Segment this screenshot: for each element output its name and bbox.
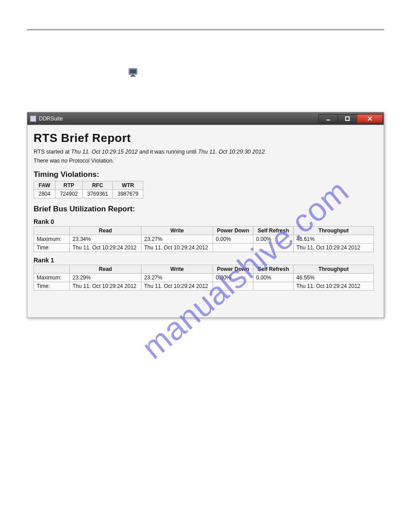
th-throughput: Throughput (294, 265, 374, 274)
td-rfc: 3769361 (82, 190, 113, 198)
report-title: RTS Brief Report (34, 131, 377, 145)
timing-violations-heading: Timing Violations: (34, 170, 377, 179)
r1-max-label: Maximum: (34, 274, 70, 282)
th-power: Power Down (213, 265, 253, 274)
close-button[interactable] (357, 114, 383, 123)
bus-utilization-heading: Brief Bus Utilization Report: (34, 205, 377, 214)
r0-time-tp: Thu 11. Oct 10:29:24 2012 (294, 244, 374, 252)
divider (27, 30, 384, 30)
r1-time-power (213, 282, 253, 291)
r0-max-power: 0.00% (213, 235, 253, 244)
r1-max-power: 0.00% (213, 274, 253, 282)
r0-time-self (253, 244, 294, 252)
app-icon (30, 116, 36, 122)
report-content: RTS Brief Report RTS started at Thu 11. … (27, 125, 384, 317)
maximize-button[interactable] (338, 114, 357, 123)
rts-started-time: Thu 11. Oct 10:29:15 2012 (71, 149, 138, 155)
th-blank (34, 265, 70, 274)
th-rtp: RTP (55, 181, 82, 190)
r1-max-read: 23.29% (70, 274, 141, 282)
th-wtr: WTR (113, 181, 143, 190)
rts-ended-time: Thu 11. Oct 10:29:30 2012. (198, 149, 266, 155)
r0-time-write: Thu 11. Oct 10:29:24 2012 (141, 244, 213, 252)
r0-max-label: Maximum: (34, 235, 70, 244)
rts-started-prefix: RTS started at (34, 149, 71, 155)
timing-violations-table: FAW RTP RFC WTR 2804 724902 3769361 3987… (34, 181, 143, 198)
window-title: DDRSuite (39, 116, 63, 122)
rts-started-mid: and it was running until (138, 149, 198, 155)
td-faw: 2804 (34, 190, 56, 198)
monitor-icon (128, 67, 138, 78)
td-wtr: 3987679 (113, 190, 143, 198)
th-write: Write (141, 227, 213, 235)
r1-time-write: Thu 11. Oct 10:29:24 2012 (141, 282, 213, 291)
titlebar[interactable]: DDRSuite (27, 112, 384, 125)
r1-max-tp: 46.55% (294, 274, 374, 282)
svg-rect-3 (130, 76, 136, 77)
minimize-button[interactable] (318, 114, 338, 123)
svg-rect-5 (346, 117, 349, 120)
th-read: Read (70, 265, 141, 274)
rank1-table: Read Write Power Down Self Refresh Throu… (34, 265, 374, 291)
svg-rect-1 (130, 69, 136, 73)
r0-max-tp: 46.61% (294, 235, 374, 244)
no-violation-text: There was no Protocol Violation. (34, 158, 377, 164)
r1-time-self (253, 282, 294, 291)
th-throughput: Throughput (294, 227, 374, 235)
rank0-table: Read Write Power Down Self Refresh Throu… (34, 226, 374, 252)
td-rtp: 724902 (55, 190, 82, 198)
r1-time-tp: Thu 11. Oct 10:29:24 2012 (294, 282, 374, 291)
r0-time-read: Thu 11. Oct 10:29:24 2012 (70, 244, 141, 252)
rank1-label: Rank 1 (34, 257, 377, 264)
th-self: Self Refresh (253, 227, 294, 235)
r0-max-read: 23.34% (70, 235, 141, 244)
r0-max-write: 23.27% (141, 235, 213, 244)
r1-time-label: Time: (34, 282, 70, 291)
rts-started-line: RTS started at Thu 11. Oct 10:29:15 2012… (34, 149, 377, 155)
th-self: Self Refresh (253, 265, 294, 274)
r1-max-write: 23.27% (141, 274, 213, 282)
r0-max-self: 0.00% (253, 235, 294, 244)
r1-max-self: 0.00% (253, 274, 294, 282)
r0-time-power (213, 244, 253, 252)
th-blank (34, 227, 70, 235)
th-rfc: RFC (82, 181, 113, 190)
th-faw: FAW (34, 181, 56, 190)
rank0-label: Rank 0 (34, 218, 377, 225)
th-write: Write (141, 265, 213, 274)
r0-time-label: Time: (34, 244, 70, 252)
ddrsuite-window: DDRSuite RTS Brief Report RTS started at… (27, 112, 384, 318)
th-read: Read (70, 227, 141, 235)
r1-time-read: Thu 11. Oct 10:29:24 2012 (70, 282, 141, 291)
svg-rect-2 (132, 75, 134, 76)
svg-rect-4 (326, 120, 330, 120)
th-power: Power Down (213, 227, 253, 235)
